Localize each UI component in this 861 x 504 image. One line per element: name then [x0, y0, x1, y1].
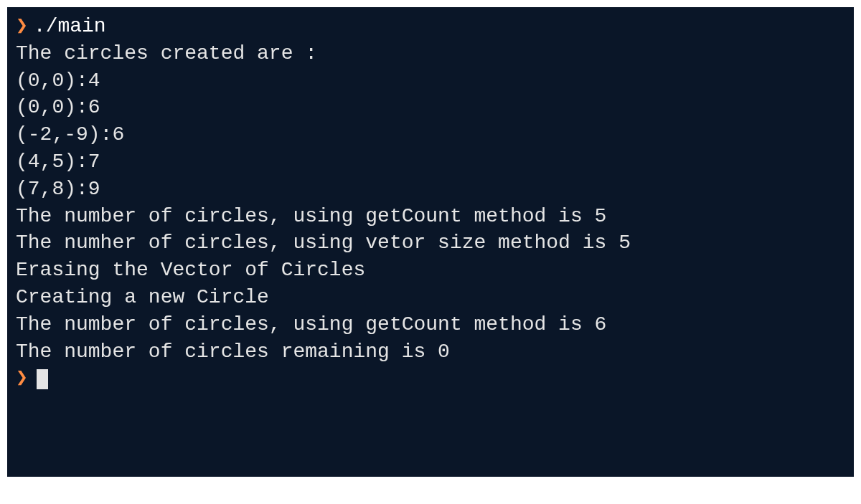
output-line: The circles created are : — [16, 40, 845, 67]
prompt-line[interactable]: ❯ — [16, 365, 845, 392]
output-line: (0,0):4 — [16, 67, 845, 95]
output-line: Erasing the Vector of Circles — [16, 257, 845, 284]
output-line: The number of circles, using getCount me… — [16, 311, 845, 338]
command-line: ❯./main — [16, 13, 845, 40]
output-line: The numher of circles, using vetor size … — [16, 229, 845, 257]
output-line: (-2,-9):6 — [16, 121, 845, 148]
output-line: (0,0):6 — [16, 94, 845, 121]
output-line: (7,8):9 — [16, 176, 845, 203]
output-line: The number of circles, using getCount me… — [16, 203, 845, 230]
terminal-window[interactable]: ❯./main The circles created are : (0,0):… — [7, 7, 854, 477]
output-line: The number of circles remaining is 0 — [16, 338, 845, 366]
output-line: Creating a new Circle — [16, 284, 845, 311]
cursor-icon — [37, 369, 48, 389]
prompt-symbol-icon: ❯ — [16, 367, 28, 389]
command-text: ./main — [34, 15, 106, 37]
prompt-symbol-icon: ❯ — [16, 15, 28, 37]
output-line: (4,5):7 — [16, 148, 845, 176]
